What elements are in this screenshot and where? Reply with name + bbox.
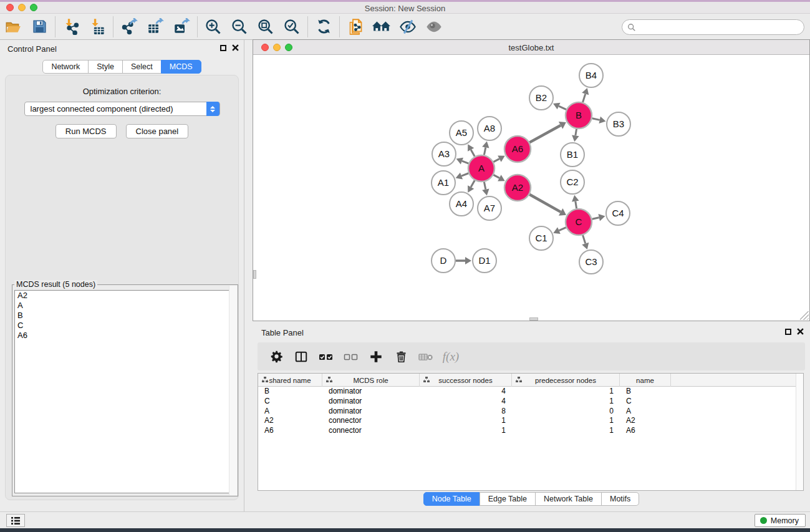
run-mcds-button[interactable]: Run MCDS bbox=[55, 124, 117, 138]
tab-style[interactable]: Style bbox=[88, 60, 123, 74]
node-B[interactable]: B bbox=[566, 102, 592, 128]
node-A4[interactable]: A4 bbox=[450, 192, 473, 216]
column-header-successor-nodes[interactable]: successor nodes bbox=[420, 374, 512, 387]
table-row[interactable]: Bdominator41B bbox=[258, 387, 803, 397]
result-item[interactable]: C bbox=[15, 321, 235, 331]
edge-C-C1[interactable] bbox=[559, 228, 566, 231]
import-network-button[interactable] bbox=[58, 15, 84, 39]
node-C1[interactable]: C1 bbox=[529, 226, 553, 250]
zoom-selected-button[interactable] bbox=[279, 15, 305, 39]
float-panel-icon[interactable] bbox=[220, 45, 226, 51]
deselect-all-button[interactable] bbox=[340, 346, 362, 368]
result-item[interactable]: B bbox=[15, 311, 235, 321]
node-A5[interactable]: A5 bbox=[450, 121, 473, 145]
close-table-panel-icon[interactable] bbox=[797, 328, 804, 335]
table-row[interactable]: Cdominator41C bbox=[258, 397, 803, 407]
memory-button[interactable]: Memory bbox=[755, 514, 806, 527]
edge-C-C2[interactable] bbox=[576, 201, 577, 209]
node-A6[interactable]: A6 bbox=[504, 136, 531, 162]
node-A2[interactable]: A2 bbox=[504, 175, 531, 201]
refresh-button[interactable] bbox=[311, 15, 337, 39]
table-row[interactable]: A2connector11A2 bbox=[258, 416, 803, 426]
task-history-button[interactable] bbox=[6, 514, 25, 527]
edge-A-A8[interactable] bbox=[484, 147, 485, 155]
table-scrollbar[interactable] bbox=[796, 374, 803, 490]
edge-B-B4[interactable] bbox=[583, 94, 586, 102]
edge-A-A1[interactable] bbox=[461, 173, 468, 176]
vertical-scroll-thumb[interactable] bbox=[253, 270, 256, 279]
horizontal-scroll-thumb[interactable] bbox=[529, 317, 538, 321]
network-canvas[interactable]: B4B2BB3A8A5A6A3B1AC2A1A2A4A7C4CC1DD1C3 bbox=[253, 56, 809, 321]
open-session-button[interactable] bbox=[0, 15, 26, 39]
tab-network-table[interactable]: Network Table bbox=[535, 492, 602, 506]
close-panel-icon[interactable] bbox=[232, 44, 239, 51]
column-header-predecessor-nodes[interactable]: predecessor nodes bbox=[512, 374, 620, 387]
tab-motifs[interactable]: Motifs bbox=[601, 492, 639, 506]
zoom-fit-button[interactable] bbox=[253, 15, 279, 39]
close-panel-button[interactable]: Close panel bbox=[126, 124, 189, 138]
edge-B-B2[interactable] bbox=[559, 106, 566, 110]
mcds-result-scrollbar[interactable] bbox=[229, 286, 237, 495]
optimization-criterion-dropdown[interactable]: largest connected component (directed) bbox=[24, 102, 220, 116]
edge-A-A4[interactable] bbox=[471, 180, 475, 187]
node-D[interactable]: D bbox=[432, 249, 455, 273]
node-C4[interactable]: C4 bbox=[606, 201, 630, 225]
save-session-button[interactable] bbox=[26, 15, 52, 39]
add-row-button[interactable] bbox=[365, 346, 387, 368]
table-settings-button[interactable] bbox=[265, 346, 287, 368]
home-button[interactable] bbox=[369, 15, 395, 39]
result-item[interactable]: A6 bbox=[15, 331, 235, 341]
node-D1[interactable]: D1 bbox=[473, 249, 496, 273]
export-network-button[interactable] bbox=[116, 15, 142, 39]
delete-row-button[interactable] bbox=[390, 346, 412, 368]
node-B2[interactable]: B2 bbox=[529, 86, 553, 110]
table-row[interactable]: A6connector11A6 bbox=[258, 426, 803, 436]
edge-B-B1[interactable] bbox=[576, 129, 577, 136]
result-item[interactable]: A2 bbox=[15, 291, 235, 301]
table-row[interactable]: Adominator80A bbox=[258, 407, 803, 417]
node-C2[interactable]: C2 bbox=[561, 170, 584, 194]
tab-mcds[interactable]: MCDS bbox=[161, 60, 201, 74]
delete-table-button[interactable] bbox=[415, 346, 437, 368]
edge-C-C4[interactable] bbox=[592, 218, 599, 220]
edge-A-A2[interactable] bbox=[493, 175, 499, 178]
column-header-shared-name[interactable]: shared name bbox=[258, 374, 322, 387]
function-builder-button[interactable]: f(x) bbox=[440, 346, 462, 368]
tab-select[interactable]: Select bbox=[122, 60, 162, 74]
zoom-out-button[interactable] bbox=[226, 15, 253, 39]
tab-edge-table[interactable]: Edge Table bbox=[480, 492, 536, 506]
node-B4[interactable]: B4 bbox=[579, 64, 603, 87]
clone-network-button[interactable] bbox=[342, 15, 369, 39]
edge-A2-C[interactable] bbox=[529, 195, 561, 212]
node-B3[interactable]: B3 bbox=[607, 112, 630, 136]
node-A3[interactable]: A3 bbox=[432, 142, 456, 166]
resize-grip[interactable] bbox=[800, 311, 809, 320]
edge-B-B3[interactable] bbox=[592, 118, 599, 120]
node-A7[interactable]: A7 bbox=[478, 196, 501, 220]
edge-A-A3[interactable] bbox=[462, 161, 469, 163]
node-C3[interactable]: C3 bbox=[579, 250, 603, 274]
show-columns-button[interactable] bbox=[290, 346, 312, 368]
node-A[interactable]: A bbox=[468, 155, 494, 181]
result-item[interactable]: A bbox=[15, 301, 235, 311]
edge-A-A6[interactable] bbox=[493, 159, 499, 162]
node-A8[interactable]: A8 bbox=[478, 117, 501, 140]
float-table-panel-icon[interactable] bbox=[785, 329, 791, 335]
show-all-button[interactable] bbox=[421, 15, 447, 39]
column-header-MCDS-role[interactable]: MCDS role bbox=[322, 374, 420, 387]
edge-A-A7[interactable] bbox=[484, 182, 485, 190]
export-table-button[interactable] bbox=[142, 15, 168, 39]
tab-network[interactable]: Network bbox=[42, 60, 89, 74]
hide-selected-button[interactable] bbox=[395, 15, 421, 39]
import-table-button[interactable] bbox=[84, 15, 110, 39]
search-input[interactable] bbox=[639, 21, 804, 34]
tab-node-table[interactable]: Node Table bbox=[423, 492, 480, 506]
node-C[interactable]: C bbox=[566, 209, 592, 235]
edge-A-A5[interactable] bbox=[471, 150, 475, 157]
column-header-name[interactable]: name bbox=[620, 374, 671, 387]
export-image-button[interactable] bbox=[168, 15, 195, 39]
zoom-in-button[interactable] bbox=[200, 15, 226, 39]
edge-A6-B[interactable] bbox=[529, 125, 561, 142]
node-B1[interactable]: B1 bbox=[561, 143, 584, 167]
select-all-button[interactable] bbox=[315, 346, 337, 368]
